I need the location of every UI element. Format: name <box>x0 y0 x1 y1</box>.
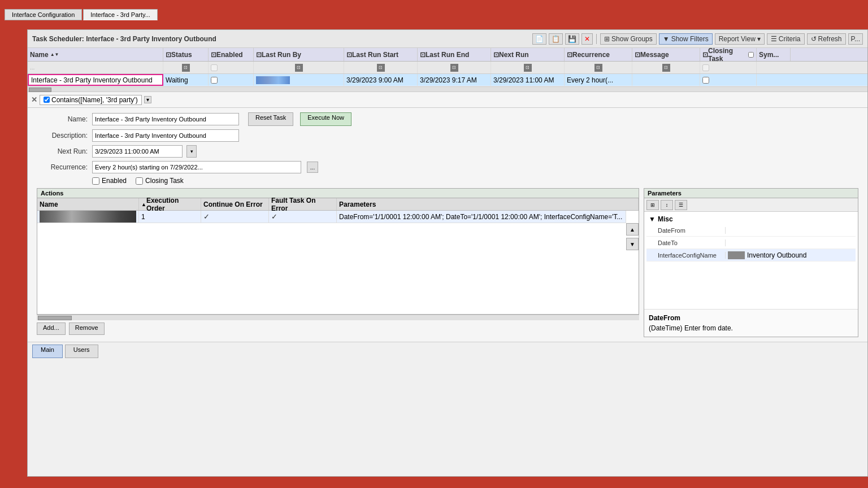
row-nextrun-cell: 3/29/2023 11:00 AM <box>491 74 565 86</box>
move-down-button[interactable]: ▼ <box>626 238 639 250</box>
execute-now-button[interactable]: Execute Now <box>300 112 351 126</box>
main-container: Task Scheduler: Interface - 3rd Party In… <box>27 29 868 477</box>
close-button[interactable]: ✕ <box>581 33 593 45</box>
col-lastruns-icon: ⊡ <box>346 51 352 59</box>
params-row-datefrom: DateFrom <box>646 224 856 237</box>
refresh-button[interactable]: ↺ Refresh <box>807 33 846 45</box>
act-col-header-name[interactable]: Name <box>37 198 139 210</box>
reset-task-button[interactable]: Reset Task <box>248 112 293 126</box>
params-row-dateto: DateTo <box>646 237 856 249</box>
lastrunby-icon-placeholder: ⊡ <box>295 64 303 72</box>
description-input[interactable] <box>92 129 239 142</box>
closing-task-checkbox-label: Closing Task <box>136 177 184 185</box>
col-recurrence-icon: ⊡ <box>567 51 572 59</box>
description-row: Description: <box>37 129 858 142</box>
col-header-lastruns[interactable]: ⊡ Last Run Start <box>344 48 418 61</box>
enabled-checkbox-placeholder[interactable] <box>211 64 218 71</box>
placeholder-enabled <box>209 62 254 73</box>
grid-header: Name ▲▼ ⊡ Status ⊡ Enabled ⊡ Last Run By… <box>28 48 867 62</box>
act-col-header-fault[interactable]: Fault Task On Error <box>269 198 337 210</box>
users-tab-button[interactable]: Users <box>65 345 98 358</box>
col-lastrunby-icon: ⊡ <box>256 51 262 59</box>
show-filters-button[interactable]: ▼ Show Filters <box>659 33 713 45</box>
params-value-interfaceconfigname[interactable]: Inventory Outbound <box>726 251 856 259</box>
groups-icon: ⊞ <box>604 35 610 43</box>
col-header-closing[interactable]: ⊡ Closing Task <box>700 48 757 61</box>
closing-checkbox-placeholder[interactable] <box>702 64 709 71</box>
toolbar-icon-3[interactable]: 💾 <box>565 33 579 45</box>
params-btn-1[interactable]: ⊞ <box>646 200 659 210</box>
grid-row-0[interactable]: Interface - 3rd Party Inventory Outbound… <box>28 74 867 86</box>
params-btn-3[interactable]: ☰ <box>675 200 687 210</box>
nav-tab-1[interactable]: Interface Configuration <box>5 9 82 20</box>
col-header-message[interactable]: ⊡ Message <box>632 48 700 61</box>
nextrun-dropdown-button[interactable]: ▾ <box>186 145 197 158</box>
col-header-lastrune[interactable]: ⊡ Last Run End <box>418 48 491 61</box>
actions-scrollbar[interactable] <box>37 315 639 320</box>
show-groups-button[interactable]: ⊞ Show Groups <box>600 33 657 45</box>
col-header-recurrence[interactable]: ⊡ Recurrence <box>565 48 632 61</box>
row-enabled-checkbox[interactable] <box>211 77 218 84</box>
add-remove-row: Add... Remove <box>37 320 639 337</box>
col-closing-icon: ⊡ <box>702 51 708 59</box>
col-header-name[interactable]: Name ▲▼ <box>28 48 163 61</box>
act-col-header-exec[interactable]: ▲ Execution Order <box>139 198 201 210</box>
actions-arrows: ▲ ▼ <box>626 211 639 250</box>
placeholder-status: ⊡ <box>163 62 209 73</box>
col-header-sym[interactable]: Sym... <box>757 48 791 61</box>
enabled-checkbox-label: Enabled <box>92 177 127 185</box>
row-closing-checkbox[interactable] <box>702 77 709 84</box>
col-header-status[interactable]: ⊡ Status <box>163 48 209 61</box>
criteria-button[interactable]: ☰ Criteria <box>767 33 805 45</box>
remove-button[interactable]: Remove <box>69 323 105 335</box>
act-name-col <box>37 211 139 223</box>
add-button[interactable]: Add... <box>37 323 66 335</box>
closing-task-checkbox[interactable] <box>136 177 143 185</box>
col-status-icon: ⊡ <box>166 51 171 59</box>
name-input[interactable] <box>92 113 239 125</box>
description-label: Description: <box>37 132 88 140</box>
params-row-interfaceconfigname: InterfaceConfigName Inventory Outbound <box>646 249 856 262</box>
params-toolbar: ⊞ ↕ ☰ <box>644 198 858 212</box>
act-col-header-params[interactable]: Parameters <box>337 198 639 210</box>
filter-bar: ✕ Contains([Name], '3rd party') ▾ <box>28 92 867 108</box>
row-enabled-cell <box>209 74 254 86</box>
filter-icon: ▼ <box>663 35 670 43</box>
col-header-nextrun[interactable]: ⊡ Next Run <box>491 48 565 61</box>
more-button[interactable]: P... <box>848 33 863 45</box>
grid-scrollbar[interactable] <box>28 86 867 92</box>
toolbar-icon-2[interactable]: 📋 <box>549 33 563 45</box>
nextrun-input[interactable] <box>92 145 183 158</box>
placeholder-name: ... <box>28 62 163 73</box>
params-group-header[interactable]: ▼ Misc <box>646 214 856 224</box>
checkbox-row: Enabled Closing Task <box>92 177 858 185</box>
recurrence-input[interactable] <box>92 161 301 173</box>
act-col-header-cont[interactable]: Continue On Error <box>201 198 269 210</box>
filter-dropdown-button[interactable]: ▾ <box>144 96 151 103</box>
closing-header-checkbox[interactable] <box>748 52 754 58</box>
row-lastrunby-cell <box>254 74 344 86</box>
actions-grid-row-0[interactable]: 1 ✓ ✓ DateFrom='1/1/0001 12:00:00 AM'; D… <box>37 211 626 223</box>
move-up-button[interactable]: ▲ <box>626 223 639 236</box>
enabled-checkbox[interactable] <box>92 177 99 185</box>
main-tab-button[interactable]: Main <box>32 345 63 358</box>
act-cont-col: ✓ <box>201 211 269 223</box>
bottom-tabs-area: Main Users <box>28 342 867 360</box>
row-status-cell: Waiting <box>163 74 209 86</box>
recurrence-edit-button[interactable]: ... <box>307 162 318 173</box>
filter-close-button[interactable]: ✕ <box>31 95 37 104</box>
toolbar-icon-1[interactable]: 📄 <box>532 33 546 45</box>
lastruns-icon-placeholder: ⊡ <box>377 64 385 72</box>
report-view-button[interactable]: Report View ▾ <box>715 33 765 45</box>
main-toolbar: Task Scheduler: Interface - 3rd Party In… <box>28 30 867 48</box>
col-header-enabled[interactable]: ⊡ Enabled <box>209 48 254 61</box>
nav-tab-2[interactable]: Interface - 3rd Party... <box>83 9 158 20</box>
col-header-lastrunby[interactable]: ⊡ Last Run By <box>254 48 344 61</box>
placeholder-nextrun: ⊡ <box>491 62 565 73</box>
params-desc-title: DateFrom <box>649 314 853 322</box>
refresh-icon: ↺ <box>811 35 817 43</box>
actions-empty-area <box>37 250 639 307</box>
nextrun-icon-placeholder: ⊡ <box>524 64 532 72</box>
params-btn-2[interactable]: ↕ <box>661 200 673 210</box>
filter-checkbox[interactable] <box>44 97 50 103</box>
